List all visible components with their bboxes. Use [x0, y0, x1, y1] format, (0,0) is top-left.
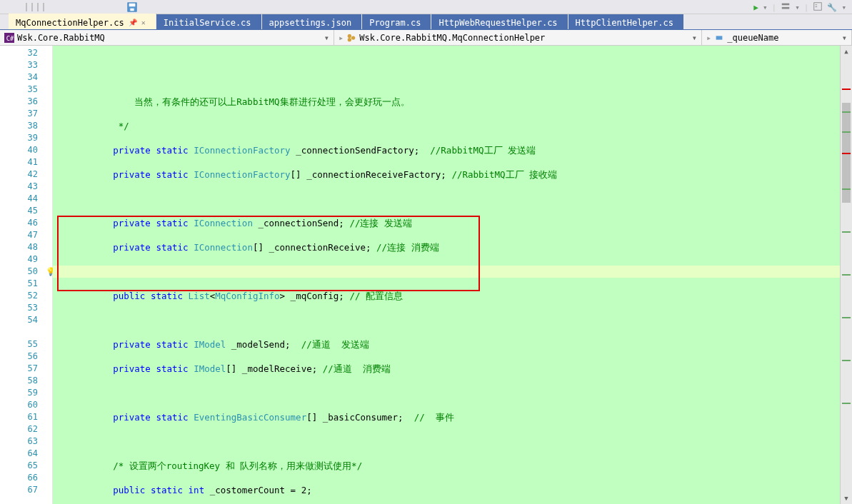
nav-member-arrow: ▸ — [706, 33, 711, 43]
nav-member-label: _queueName — [727, 33, 778, 43]
settings-icon[interactable] — [781, 1, 791, 14]
nav-class-label: Wsk.Core.RabbitMQ.MqConnectionHelper — [359, 33, 545, 43]
svg-rect-4 — [782, 7, 790, 9]
nav-class[interactable]: ▸ Wsk.Core.RabbitMQ.MqConnectionHelper ▾ — [334, 30, 702, 45]
close-icon[interactable]: ✕ — [141, 19, 146, 26]
save-icon[interactable] — [127, 2, 137, 12]
dropdown-chevron-icon[interactable]: ▾ — [841, 3, 846, 12]
svg-point-12 — [348, 38, 351, 41]
svg-rect-6 — [816, 4, 818, 5]
svg-rect-1 — [129, 4, 136, 6]
tab-initialservice[interactable]: InitialService.cs — [156, 14, 261, 29]
nav-project-label: Wsk.Core.RabbitMQ — [17, 33, 105, 43]
vertical-scrollbar[interactable]: ▲ ▼ — [840, 46, 852, 504]
tab-program[interactable]: Program.cs — [362, 14, 431, 29]
scroll-up-icon[interactable]: ▲ — [841, 46, 852, 57]
toolbar-sep: | — [772, 3, 777, 12]
pin-icon[interactable]: 📌 — [129, 19, 137, 26]
svg-point-10 — [348, 34, 351, 37]
nav-class-arrow: ▸ — [339, 33, 344, 43]
svg-rect-5 — [814, 3, 822, 11]
class-icon — [346, 33, 356, 43]
wrench-icon[interactable]: 🔧 — [827, 3, 837, 12]
tab-label: HttpWebRequestHelper.cs — [438, 18, 557, 28]
code-editor[interactable]: 3233343536373839404142434445464748495051… — [0, 46, 852, 504]
csharp-project-icon: C# — [4, 33, 14, 43]
current-line-highlight — [53, 266, 840, 278]
tab-mqconnectionhelper[interactable]: MqConnectionHelper.cs 📌 ✕ — [9, 14, 156, 29]
field-icon — [714, 33, 724, 43]
tab-label: MqConnectionHelper.cs — [16, 18, 124, 28]
tab-label: InitialService.cs — [164, 18, 251, 28]
chevron-down-icon[interactable]: ▾ — [692, 33, 697, 43]
svg-rect-2 — [130, 9, 134, 11]
svg-rect-7 — [816, 6, 818, 7]
tab-httpclienthelper[interactable]: HttpClientHelper.cs — [568, 14, 683, 29]
nav-project[interactable]: C# Wsk.Core.RabbitMQ ▾ — [0, 30, 334, 45]
nav-member[interactable]: ▸ _queueName ▾ — [702, 30, 852, 45]
toolbar-sep: | — [804, 3, 809, 12]
tab-httpwebrequesthelper[interactable]: HttpWebRequestHelper.cs — [431, 14, 567, 29]
tab-label: HttpClientHelper.cs — [576, 18, 673, 28]
start-target-icon[interactable]: ▶ — [753, 3, 758, 12]
scroll-down-icon[interactable]: ▼ — [841, 493, 852, 504]
dropdown-chevron-icon[interactable]: ▾ — [795, 3, 800, 12]
svg-point-11 — [351, 36, 355, 39]
chevron-down-icon[interactable]: ▾ — [324, 33, 329, 43]
svg-rect-3 — [782, 4, 790, 6]
dropdown-chevron-icon[interactable]: ▾ — [763, 3, 768, 12]
svg-rect-13 — [716, 36, 723, 39]
code-area[interactable]: 当然，有条件的还可以上RabbitMQ集群进行处理，会更好玩一点。 */ pri… — [53, 46, 840, 504]
chevron-down-icon[interactable]: ▾ — [842, 33, 847, 43]
properties-icon[interactable] — [813, 1, 823, 14]
navigation-bar: C# Wsk.Core.RabbitMQ ▾ ▸ Wsk.Core.Rabbit… — [0, 30, 852, 46]
tab-label: Program.cs — [369, 18, 421, 28]
tab-appsettings[interactable]: appsettings.json — [262, 14, 362, 29]
svg-text:C#: C# — [6, 34, 14, 41]
file-tab-bar: MqConnectionHelper.cs 📌 ✕ InitialService… — [0, 14, 852, 30]
line-number-gutter: 3233343536373839404142434445464748495051… — [0, 46, 53, 504]
quick-access-toolbar: ▶ ▾ | ▾ | 🔧 ▾ — [0, 0, 852, 14]
toolbar-grip — [43, 3, 44, 11]
tab-label: appsettings.json — [269, 18, 352, 28]
